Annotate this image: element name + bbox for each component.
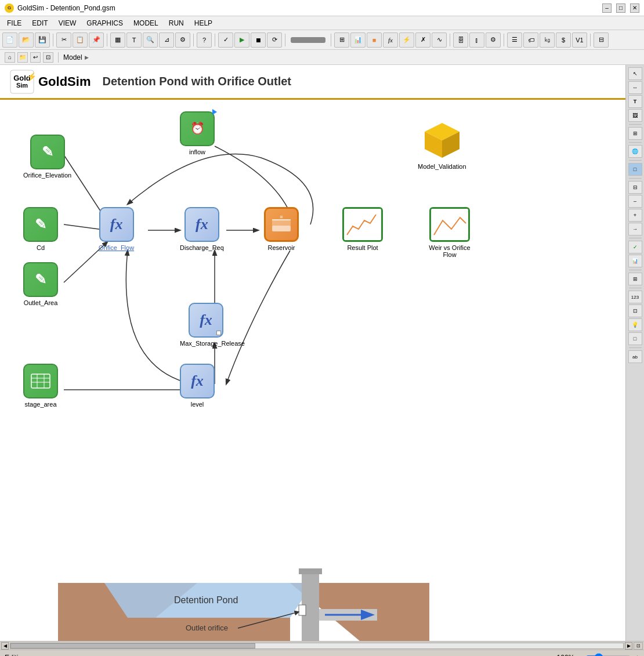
node-reservoir[interactable]: ≡ Reservoir <box>264 207 299 251</box>
sidebar-grid2-btn[interactable]: ⊞ <box>628 273 642 285</box>
sidebar-resize-btn[interactable]: ↔ <box>628 81 642 94</box>
sidebar-cursor-btn[interactable]: ↖ <box>628 67 642 80</box>
menu-view[interactable]: VIEW <box>54 18 81 28</box>
h-scrollbar: ◀ ▶ ⊡ <box>0 641 644 650</box>
sidebar-globe-btn[interactable]: 🌐 <box>628 145 642 158</box>
pause-button[interactable]: ⟳ <box>267 32 282 48</box>
filter-button[interactable]: ⊿ <box>159 32 174 48</box>
scroll-corner[interactable]: ⊡ <box>634 642 643 650</box>
breadcrumb-bar: ⌂ 📁 ↩ ⊡ Model ▶ <box>0 50 644 65</box>
sidebar-square-btn[interactable]: □ <box>628 332 642 345</box>
sidebar-data-btn[interactable]: 📊 <box>628 255 642 267</box>
grid2-button[interactable]: ⊟ <box>594 32 609 48</box>
settings-button[interactable]: ⚙ <box>175 32 190 48</box>
scroll-left-btn[interactable]: ◀ <box>1 642 9 650</box>
slider-widget[interactable] <box>291 37 325 43</box>
node-discharge-req[interactable]: fx Discharge_Req <box>180 207 224 251</box>
node-reservoir-label: Reservoir <box>267 244 295 251</box>
column-button[interactable]: ⫿ <box>469 32 484 48</box>
label-button[interactable]: ㎏ <box>540 32 555 48</box>
search-button[interactable]: 🔍 <box>143 32 158 48</box>
sidebar-dash-btn[interactable]: – <box>628 195 642 208</box>
node-outlet-area[interactable]: ✎ Outlet_Area <box>23 262 58 306</box>
cut-button[interactable]: ✂ <box>56 32 71 48</box>
node-discharge-req-label: Discharge_Req <box>180 244 224 251</box>
orange-button[interactable]: ■ <box>367 32 382 48</box>
menu-file[interactable]: FILE <box>2 18 26 28</box>
breadcrumb-icon2[interactable]: 📁 <box>17 52 28 63</box>
sidebar-num-btn[interactable]: 123 <box>628 291 642 303</box>
sidebar-ab-btn[interactable]: ab <box>628 350 642 363</box>
breadcrumb-label[interactable]: Model <box>63 53 82 61</box>
node-model-validation[interactable]: Model_Validation <box>418 120 466 170</box>
menu-edit[interactable]: EDIT <box>27 18 52 28</box>
sidebar-bulb-btn[interactable]: 💡 <box>628 318 642 331</box>
zoom-minus[interactable]: – <box>578 654 582 657</box>
menu-model[interactable]: MODEL <box>129 18 163 28</box>
node-orifice-elevation[interactable]: ✎ Orifice_Elevation <box>23 135 71 179</box>
copy-button[interactable]: 📋 <box>73 32 88 48</box>
sidebar-sep5 <box>629 238 642 238</box>
open-button[interactable]: 📂 <box>19 32 34 48</box>
node-result-plot-label: Result Plot <box>347 244 378 251</box>
node-cd[interactable]: ✎ Cd <box>23 207 58 251</box>
check-button[interactable]: ✓ <box>218 32 233 48</box>
menu-graphics[interactable]: GRAPHICS <box>82 18 128 28</box>
text-button[interactable]: T <box>126 32 142 48</box>
fx-button[interactable]: fx <box>383 32 398 48</box>
node-stage-area[interactable]: stage_area <box>23 364 58 408</box>
node-inflow[interactable]: ⏰ inflow <box>180 111 215 155</box>
sidebar-blue-btn[interactable]: □ <box>628 163 642 176</box>
menu-run[interactable]: RUN <box>164 18 189 28</box>
close-button[interactable]: ✕ <box>630 3 639 13</box>
fx-icon4: fx <box>191 372 204 390</box>
toolbar-sep8 <box>504 34 504 46</box>
node-weir-orifice[interactable]: Weir vs Orifice Flow <box>424 207 476 258</box>
help-button[interactable]: ? <box>197 32 212 48</box>
breadcrumb-icon1[interactable]: ⌂ <box>5 52 15 63</box>
sidebar-image-btn[interactable]: 🖼 <box>628 109 642 122</box>
minimize-button[interactable]: – <box>602 3 612 13</box>
logo-text: GoldSim <box>38 74 91 89</box>
sidebar-text-btn[interactable]: T <box>628 95 642 108</box>
sidebar-check-btn[interactable]: ✓ <box>628 241 642 253</box>
zoom-slider[interactable] <box>585 653 632 657</box>
title-bar-left: G GoldSim - Detention_Pond.gsm <box>5 3 115 13</box>
zoom-plus[interactable]: + <box>635 654 639 657</box>
stop-button[interactable]: ⏹ <box>251 32 266 48</box>
list-button[interactable]: ☰ <box>507 32 522 48</box>
maximize-button[interactable]: □ <box>616 3 625 13</box>
save-button[interactable]: 💾 <box>35 32 50 48</box>
sidebar-grid-btn[interactable]: ⊟ <box>628 181 642 194</box>
lightning-button[interactable]: ⚡ <box>399 32 414 48</box>
sidebar-table-btn[interactable]: ⊞ <box>628 127 642 140</box>
wave-button[interactable]: ∿ <box>432 32 447 48</box>
sidebar-arrow-btn[interactable]: → <box>628 223 642 235</box>
right-sidebar: ↖ ↔ T 🖼 ⊞ 🌐 □ ⊟ – + → ✓ 📊 ⊞ 123 ⊡ 💡 □ ab <box>625 65 644 641</box>
node-result-plot[interactable]: Result Plot <box>342 207 383 251</box>
dollar-button[interactable]: $ <box>556 32 571 48</box>
node-max-storage[interactable]: fx Max_Storage_Release <box>180 303 232 347</box>
play-button[interactable]: ▶ <box>234 32 249 48</box>
new-button[interactable]: 📄 <box>2 32 17 48</box>
fx-icon3: fx <box>200 311 212 329</box>
breadcrumb-icon4[interactable]: ⊡ <box>43 52 53 63</box>
layout-button[interactable]: ▦ <box>110 32 125 48</box>
scroll-right-btn[interactable]: ▶ <box>625 642 632 650</box>
x-button[interactable]: ✗ <box>415 32 430 48</box>
breadcrumb-icon3[interactable]: ↩ <box>30 52 41 63</box>
sidebar-dots-btn[interactable]: ⊡ <box>628 305 642 317</box>
db-button[interactable]: 🗄 <box>453 32 468 48</box>
node-level[interactable]: fx level <box>180 364 215 408</box>
node-orifice-flow[interactable]: fx Orifice_Flow <box>99 207 134 251</box>
gear2-button[interactable]: ⚙ <box>486 32 501 48</box>
menu-help[interactable]: HELP <box>190 18 217 28</box>
h-scroll-track[interactable] <box>10 643 624 649</box>
grid-button[interactable]: ⊞ <box>334 32 349 48</box>
chart-button[interactable]: 📊 <box>350 32 366 48</box>
sidebar-plus-btn[interactable]: + <box>628 209 642 222</box>
tag-button[interactable]: 🏷 <box>523 32 538 48</box>
v-button[interactable]: V1 <box>572 32 587 48</box>
h-scroll-thumb[interactable] <box>10 643 255 648</box>
paste-button[interactable]: 📌 <box>89 32 104 48</box>
